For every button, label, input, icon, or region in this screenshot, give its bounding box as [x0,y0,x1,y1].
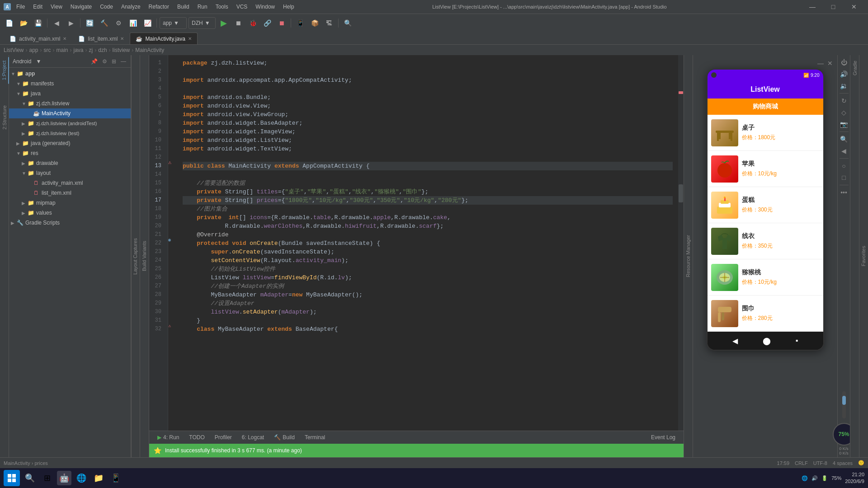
power-button[interactable]: ⏻ [839,57,849,68]
menu-view[interactable]: View [48,4,65,10]
zoom-in-button[interactable]: 🔍 [839,134,849,145]
start-button[interactable] [4,470,20,486]
forward-button[interactable]: ▶ [65,17,77,29]
save-button[interactable]: 💾 [32,17,44,29]
open-button[interactable]: 📂 [17,17,30,29]
tree-item-androidtest[interactable]: ▶ 📁 zj.dzh.listview (androidTest) [9,118,131,128]
menu-refactor[interactable]: Refactor [146,4,172,10]
tab-close-main-activity[interactable]: ✕ [188,36,192,41]
debug-button[interactable]: 🐞 [246,17,259,29]
phone-panel-settings[interactable]: ✕ [827,60,833,67]
taskbar-explorer[interactable]: 📁 [91,471,106,485]
square-button[interactable]: □ [839,172,849,183]
taskbar-phone[interactable]: 📱 [108,471,123,485]
breadcrumb-dzh[interactable]: dzh [98,47,107,53]
phone-home-btn[interactable]: ⬤ [763,337,771,345]
build-tab[interactable]: 🔨 Build [269,432,299,443]
screenshot-button[interactable]: 📷 [839,119,849,130]
tree-item-test[interactable]: ▶ 📁 zj.dzh.listview (test) [9,128,131,138]
project-tab[interactable]: 1:Project [0,57,9,84]
menu-run[interactable]: Run [195,4,210,10]
back-button[interactable]: ◀ [50,17,63,29]
breadcrumb-java[interactable]: java [74,47,84,53]
stop-run-button[interactable]: ⏹ [232,17,245,29]
tree-item-java[interactable]: ▼ 📁 java [9,89,131,99]
stop-button[interactable]: ⏹ [275,17,288,29]
taskbar-task-view[interactable]: ⊞ [40,471,54,485]
breadcrumb-main[interactable]: main [57,47,68,53]
menu-build[interactable]: Build [175,4,192,10]
terminal-tab[interactable]: Terminal [300,432,330,443]
tab-activity-main[interactable]: 📄 activity_main.xml ✕ [4,33,72,44]
run-config-button[interactable]: ⚙ [112,17,125,29]
tab-close-activity-main[interactable]: ✕ [63,36,66,41]
profiler-tab[interactable]: Profiler [210,432,236,443]
close-button[interactable]: ✕ [844,0,864,14]
taskbar-android-studio[interactable]: 🤖 [57,471,71,485]
phone-recent-btn[interactable]: ▪ [796,337,798,345]
code-editor[interactable]: 1 2 3 4 5 6 7 8 9 10 11 12 13 14 15 16 1… [149,55,684,431]
tree-item-mipmap[interactable]: ▶ 📁 mipmap [9,198,131,208]
avd-manager-button[interactable]: 📱 [294,17,307,29]
taskbar-search[interactable]: 🔍 [23,471,37,485]
menu-analyze[interactable]: Analyze [118,4,143,10]
phone-panel-close[interactable]: — [817,60,824,67]
app-config-dropdown[interactable]: app ▼ [160,17,187,29]
project-expand-icon[interactable]: ⊞ [111,57,117,66]
tree-item-app[interactable]: ▼ 📁 app [9,69,131,79]
run-button[interactable]: ▶ [217,17,230,29]
sdk-manager-button[interactable]: 📦 [308,17,321,29]
tree-item-mainactivity[interactable]: ☕ MainActivity [9,108,131,118]
breadcrumb-src[interactable]: src [44,47,51,53]
event-log-tab[interactable]: Event Log [646,432,680,443]
tree-item-gradle-scripts[interactable]: ▶ 🔧 Gradle Scripts [9,218,131,228]
attach-debugger-button[interactable]: 🔗 [261,17,274,29]
breadcrumb-mainactivity[interactable]: MainActivity [135,47,164,53]
tree-item-layout[interactable]: ▼ 📁 layout [9,168,131,178]
more-button[interactable]: ••• [839,187,849,198]
tab-close-list-item[interactable]: ✕ [120,36,124,41]
gradle-tab[interactable]: Gradle [851,57,859,79]
project-structure-button[interactable]: 🏗 [323,17,335,29]
menu-navigate[interactable]: Navigate [68,4,94,10]
tree-item-values[interactable]: ▶ 📁 values [9,208,131,218]
project-dropdown-icon[interactable]: ▼ [36,58,41,65]
build-variants-tab[interactable]: Build Variants [140,237,149,275]
logcat-tab[interactable]: 6: Logcat [237,432,269,443]
tree-item-manifests[interactable]: ▼ 📁 manifests [9,79,131,89]
new-file-button[interactable]: 📄 [3,17,15,29]
profile-button[interactable]: 📈 [141,17,154,29]
menu-help[interactable]: Help [280,4,297,10]
phone-back-btn[interactable]: ◀ [732,337,738,345]
tree-item-drawable[interactable]: ▶ 📁 drawable [9,158,131,168]
device-dropdown[interactable]: DZH ▼ [189,17,216,29]
maximize-button[interactable]: □ [823,0,844,14]
code-content[interactable]: package zj.dzh.listview; import androidx… [177,55,678,431]
project-pin-button[interactable]: 📌 [90,57,99,66]
volume-up-button[interactable]: 🔊 [839,69,849,80]
circle-button[interactable]: ○ [839,160,849,171]
right-scroll-thumb[interactable] [842,396,846,405]
menu-file[interactable]: File [14,4,28,10]
todo-tab[interactable]: TODO [184,432,209,443]
favorites-tab[interactable]: Favorites [859,242,868,270]
structure-tab[interactable]: 2:Structure [0,102,9,133]
sync-button[interactable]: 🔄 [83,17,96,29]
menu-window[interactable]: Window [253,4,278,10]
tab-main-activity[interactable]: ☕ MainActivity.java ✕ [130,33,197,44]
breadcrumb-listview[interactable]: ListView [4,47,24,53]
search-button[interactable]: 🔍 [341,17,354,29]
menu-vcs[interactable]: VCS [234,4,250,10]
taskbar-chrome[interactable]: 🌐 [74,471,89,485]
tree-item-activity-main-xml[interactable]: 🗒 activity_main.xml [9,178,131,188]
build-button[interactable]: 🔨 [98,17,110,29]
editor-scrollbar[interactable] [678,55,684,431]
scroll-thumb[interactable] [679,184,683,202]
coverage-button[interactable]: 📊 [127,17,139,29]
breadcrumb-zj[interactable]: zj [89,47,93,53]
erase-button[interactable]: ◇ [839,107,849,118]
rotate-button[interactable]: ↻ [839,95,849,106]
tree-item-list-item-xml[interactable]: 🗒 list_item.xml [9,188,131,198]
project-collapse-icon[interactable]: — [120,57,127,66]
volume-down-button[interactable]: 🔉 [839,80,849,91]
